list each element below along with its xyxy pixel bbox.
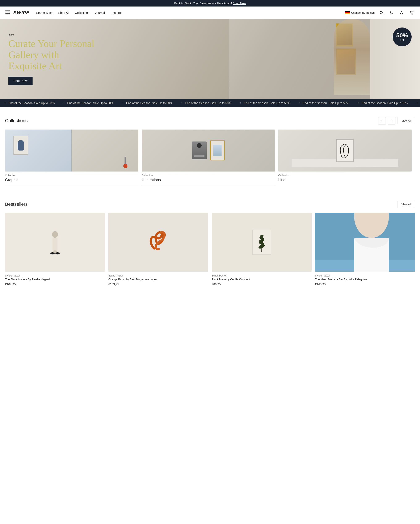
product-price-plant: €86,95 <box>212 283 312 286</box>
hero-section: Sale Curate Your Personal Gallery with E… <box>0 19 420 99</box>
svg-point-7 <box>412 14 413 14</box>
product-price-loafers: €107,95 <box>5 283 105 286</box>
collections-next-button[interactable]: → <box>388 117 395 124</box>
svg-point-6 <box>411 14 411 14</box>
product-image-portrait <box>315 213 415 272</box>
svg-point-11 <box>50 252 55 254</box>
ticker-item: ✦ End of the Season. Sale Up to 50% <box>353 101 412 105</box>
product-image-brush <box>108 213 208 272</box>
announcement-link[interactable]: Shop Now <box>233 2 246 5</box>
product-brand-plant: Swipe Pastel <box>212 274 312 277</box>
product-brand-brush: Swipe Pastel <box>108 274 208 277</box>
region-selector[interactable]: Change the Region <box>345 11 375 15</box>
nav-item-shop-all[interactable]: Shop All <box>58 11 69 15</box>
svg-rect-1 <box>5 12 10 12</box>
bestsellers-title: Bestsellers <box>5 201 28 207</box>
svg-rect-0 <box>5 10 10 11</box>
product-card-loafers[interactable]: Swipe Pastel The Black Loafers By Amelie… <box>5 213 105 286</box>
product-name-brush: Orange Brush by Berit Mogensen Lopez <box>108 278 208 281</box>
hero-cta-button[interactable]: Shop Now <box>9 77 33 85</box>
nav-item-journal[interactable]: Journal <box>95 11 105 15</box>
collection-label-line: Collection <box>278 174 411 177</box>
badge-percentage: 50% <box>396 33 408 38</box>
hero-title: Curate Your Personal Gallery with Exquis… <box>9 38 96 71</box>
german-flag-icon <box>345 11 350 15</box>
navbar: SWiPE Starter Sites Shop All Collections… <box>0 7 420 19</box>
bestsellers-header: Bestsellers View All <box>5 201 415 208</box>
products-grid: Swipe Pastel The Black Loafers By Amelie… <box>5 213 415 286</box>
nav-right: Change the Region <box>345 9 415 16</box>
badge-text: Off <box>400 38 404 42</box>
svg-rect-9 <box>52 238 58 250</box>
hero-discount-badge: 50% Off <box>393 27 411 46</box>
announcement-text: Back in Stock: Your Favorites are Here A… <box>174 2 233 5</box>
collection-name-line: Line <box>278 178 411 182</box>
product-card-brush[interactable]: Swipe Pastel Orange Brush by Berit Mogen… <box>108 213 208 286</box>
search-button[interactable] <box>378 9 385 16</box>
site-logo[interactable]: SWiPE <box>13 10 29 16</box>
region-label: Change the Region <box>351 11 375 14</box>
product-image-plant <box>212 213 312 272</box>
ticker-item: ✦ End of the Season. Sale Up to 50% <box>236 101 294 105</box>
collection-image-line <box>278 130 411 172</box>
collections-grid: Collection Graphic Collectio <box>5 130 415 191</box>
product-card-plant[interactable]: Swipe Pastel Plant Poem by Cecilia Carls… <box>212 213 312 286</box>
hero-content: Sale Curate Your Personal Gallery with E… <box>0 25 105 93</box>
ticker-bar: ✦ End of the Season. Sale Up to 50% ✦ En… <box>0 99 420 107</box>
collection-label-graphic: Collection <box>5 174 138 177</box>
hero-sale-label: Sale <box>9 33 96 36</box>
svg-point-8 <box>52 231 58 238</box>
product-brand-loafers: Swipe Pastel <box>5 274 105 277</box>
ticker-item: ✦ End of the Season. Sale Up to 50% <box>412 101 420 105</box>
ticker-item: ✦ End of the Season. Sale Up to 50% <box>177 101 236 105</box>
collections-controls: ← → View All <box>378 117 415 124</box>
collection-name-graphic: Graphic <box>5 178 138 182</box>
theme-toggle-button[interactable] <box>388 9 395 16</box>
product-price-portrait: €145,95 <box>315 283 415 286</box>
collection-image-illustrations <box>142 130 275 172</box>
hamburger-menu[interactable] <box>5 10 10 15</box>
nav-links: Starter Sites Shop All Collections Journ… <box>36 11 345 15</box>
product-price-brush: €103,95 <box>108 283 208 286</box>
product-image-loafers <box>5 213 105 272</box>
collections-view-all-button[interactable]: View All <box>398 117 415 124</box>
svg-line-4 <box>382 13 383 15</box>
svg-rect-2 <box>5 13 10 14</box>
nav-item-features[interactable]: Features <box>111 11 122 15</box>
product-name-plant: Plant Poem by Cecilia Carlstedt <box>212 278 312 281</box>
collections-title: Collections <box>5 118 28 123</box>
collection-name-illustrations: Illustrations <box>142 178 275 182</box>
ticker-item: ✦ End of the Season. Sale Up to 50% <box>59 101 118 105</box>
collection-card-graphic[interactable]: Collection Graphic <box>5 130 142 191</box>
hero-visual <box>126 19 420 99</box>
nav-item-starter-sites[interactable]: Starter Sites <box>36 11 52 15</box>
bestsellers-section: Bestsellers View All Swipe Pastel The Bl… <box>0 194 420 296</box>
account-button[interactable] <box>398 9 405 16</box>
product-name-portrait: The Man I Met at a Bar By Lolita Pelegri… <box>315 278 415 281</box>
product-name-loafers: The Black Loafers By Amelie Hegardt <box>5 278 105 281</box>
cart-button[interactable] <box>408 9 415 16</box>
ticker-inner: ✦ End of the Season. Sale Up to 50% ✦ En… <box>0 101 420 105</box>
svg-point-3 <box>380 11 382 14</box>
collection-card-line[interactable]: Collection Line <box>278 130 415 191</box>
ticker-item: ✦ End of the Season. Sale Up to 50% <box>118 101 177 105</box>
product-brand-portrait: Swipe Pastel <box>315 274 415 277</box>
collections-prev-button[interactable]: ← <box>378 117 386 124</box>
svg-point-12 <box>55 252 60 254</box>
bestsellers-view-all-button[interactable]: View All <box>398 201 415 208</box>
nav-item-collections[interactable]: Collections <box>75 11 89 15</box>
collection-card-illustrations[interactable]: Collection Illustrations <box>142 130 279 191</box>
collection-image-graphic <box>5 130 138 172</box>
collection-label-illustrations: Collection <box>142 174 275 177</box>
ticker-item: ✦ End of the Season. Sale Up to 50% <box>0 101 59 105</box>
ticker-item: ✦ End of the Season. Sale Up to 50% <box>294 101 353 105</box>
svg-point-5 <box>401 11 402 13</box>
product-card-portrait[interactable]: Swipe Pastel The Man I Met at a Bar By L… <box>315 213 415 286</box>
collections-header: Collections ← → View All <box>5 117 415 124</box>
collections-section: Collections ← → View All <box>0 107 420 194</box>
announcement-bar: Back in Stock: Your Favorites are Here A… <box>0 0 420 7</box>
